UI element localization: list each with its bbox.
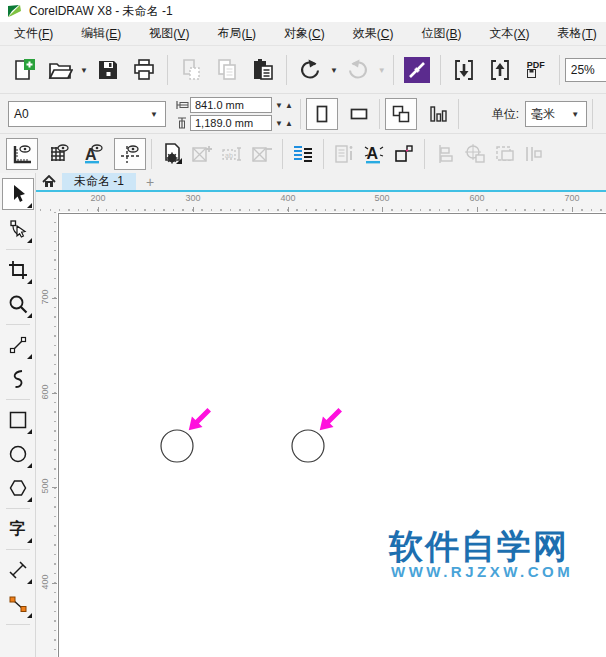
bspline-tool-icon — [7, 368, 29, 390]
toolbar-divider — [167, 55, 168, 85]
toolbar-divider — [282, 139, 283, 169]
zoom-level-combo[interactable]: 25% — [565, 58, 606, 82]
zoom-tool[interactable] — [3, 289, 33, 319]
page-width-spinner[interactable]: ▼▲ — [275, 101, 295, 110]
page-height-field[interactable]: 1,189.0 mm — [190, 115, 272, 131]
menu-bitmaps[interactable]: 位图(B) — [407, 22, 475, 45]
home-button[interactable] — [36, 173, 62, 190]
text-tool[interactable]: 字 — [3, 514, 33, 544]
all-pages-button[interactable] — [385, 98, 417, 130]
parallel-dimension-tool[interactable] — [3, 555, 33, 585]
page-size-caret: ▼ — [150, 110, 158, 119]
cut-icon — [178, 57, 204, 83]
show-guidelines-button[interactable] — [114, 138, 146, 170]
page-size-combo[interactable]: A0 ▼ — [8, 101, 166, 127]
crop-tool[interactable] — [3, 255, 33, 285]
annotation-arrow[interactable] — [314, 404, 345, 435]
plus-icon: + — [146, 174, 154, 190]
save-button[interactable] — [90, 52, 126, 88]
rectangle-tool[interactable] — [3, 405, 33, 435]
ruler-label: 600 — [469, 193, 484, 203]
paste-icon — [250, 57, 276, 83]
delete-frame-icon — [250, 142, 274, 166]
edit-text-button[interactable]: A — [359, 139, 389, 169]
delete-frame-button — [247, 139, 277, 169]
portrait-button[interactable] — [306, 98, 338, 130]
print-button[interactable] — [126, 52, 162, 88]
text-columns-icon — [291, 142, 315, 166]
new-tab-button[interactable]: + — [136, 174, 164, 190]
menu-table[interactable]: 表格(T) — [543, 22, 606, 45]
page-width-field[interactable]: 841.0 mm — [190, 97, 272, 113]
bspline-tool[interactable] — [3, 364, 33, 394]
ruler-minor-ticks — [40, 209, 606, 211]
annotation-arrow[interactable] — [183, 404, 214, 435]
home-icon — [42, 175, 56, 188]
menu-layout[interactable]: 布局(L) — [203, 22, 270, 45]
import-button[interactable] — [446, 52, 482, 88]
toolbar-divider — [458, 99, 459, 129]
show-rulers-button[interactable] — [6, 138, 38, 170]
zoom-tool-icon — [7, 293, 29, 315]
undo-dropdown-caret[interactable]: ▼ — [330, 66, 338, 75]
connector-tool[interactable] — [3, 589, 33, 619]
toolbar-divider — [440, 55, 441, 85]
menu-file[interactable]: 文件(F) — [0, 22, 67, 45]
freehand-tool[interactable] — [3, 330, 33, 360]
transform-button[interactable] — [389, 139, 419, 169]
new-document-button[interactable] — [6, 52, 42, 88]
connector-tool-icon — [7, 593, 29, 615]
ruler-minor-ticks — [54, 212, 56, 657]
print-icon — [131, 57, 157, 83]
save-icon — [95, 57, 121, 83]
toolbox-divider — [6, 249, 30, 250]
pick-tool[interactable] — [2, 178, 34, 210]
welcome-screen-button[interactable] — [399, 52, 435, 88]
polygon-tool[interactable] — [3, 473, 33, 503]
units-combo[interactable]: 毫米 ▼ — [525, 101, 587, 127]
show-document-grid-button[interactable]: A — [78, 139, 108, 169]
undo-button[interactable] — [292, 52, 328, 88]
welcome-screen-icon — [403, 56, 431, 84]
current-page-icon — [427, 103, 449, 125]
page-height-spinner[interactable]: ▼▲ — [275, 119, 295, 128]
toolbox-divider — [6, 549, 30, 550]
menu-object[interactable]: 对象(C) — [270, 22, 339, 45]
toolbox-divider — [6, 624, 30, 625]
menu-view[interactable]: 视图(V) — [135, 22, 203, 45]
shape-tool-icon — [7, 218, 29, 240]
page-options-icon — [159, 141, 185, 167]
open-button[interactable] — [42, 52, 78, 88]
page-options-button[interactable] — [157, 139, 187, 169]
page-width-icon — [176, 99, 190, 111]
menu-effects[interactable]: 效果(C) — [339, 22, 408, 45]
current-page-button[interactable] — [423, 99, 453, 129]
text-columns-button[interactable] — [288, 139, 318, 169]
ruler-label: 600 — [40, 384, 50, 399]
landscape-button[interactable] — [344, 99, 374, 129]
transform-icon — [392, 142, 416, 166]
align-right-icon — [493, 142, 517, 166]
menu-text[interactable]: 文本(X) — [475, 22, 543, 45]
document-tab-bar: 未命名 -1 + — [36, 173, 606, 190]
ellipse-object[interactable] — [161, 430, 193, 462]
canvas-objects[interactable] — [57, 212, 606, 657]
ellipse-object[interactable] — [292, 430, 324, 462]
export-button[interactable] — [482, 52, 518, 88]
new-document-icon — [11, 57, 37, 83]
paste-button[interactable] — [245, 52, 281, 88]
drawing-canvas[interactable]: 软件自学网 WWW.RJZXW.COM — [57, 212, 606, 657]
redo-button — [340, 52, 376, 88]
toolbar-divider — [286, 55, 287, 85]
open-dropdown-caret[interactable]: ▼ — [80, 66, 88, 75]
publish-pdf-icon: PDF — [527, 61, 545, 79]
text-tool-icon: 字 — [10, 519, 26, 540]
menu-edit[interactable]: 编辑(E) — [67, 22, 135, 45]
tab-untitled-document[interactable]: 未命名 -1 — [62, 173, 136, 190]
show-guidelines-icon — [118, 142, 142, 166]
shape-tool[interactable] — [3, 214, 33, 244]
show-grid-button[interactable] — [44, 139, 74, 169]
toolbar-divider — [393, 55, 394, 85]
publish-pdf-button[interactable]: PDF — [518, 52, 554, 88]
ellipse-tool[interactable] — [3, 439, 33, 469]
